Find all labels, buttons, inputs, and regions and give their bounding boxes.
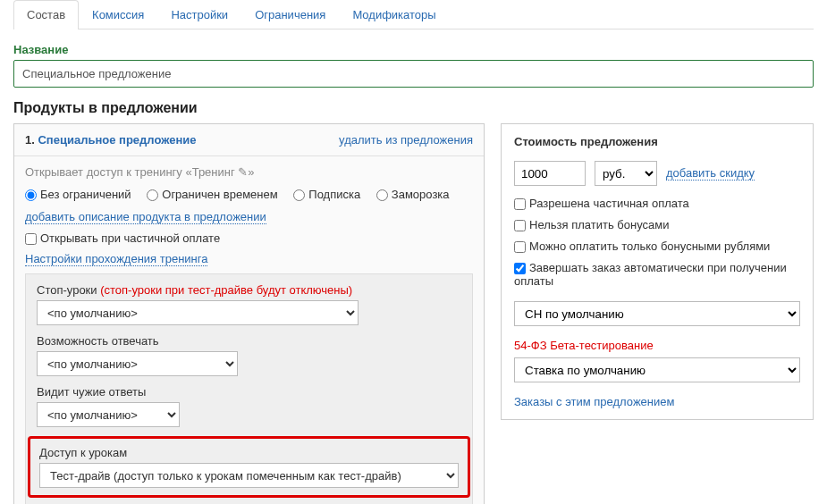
access-lessons-highlight: Доступ к урокам Тест-драйв (доступ тольк… <box>28 436 470 498</box>
can-answer-select[interactable]: <по умолчанию> <box>37 351 238 376</box>
pricing-card: Стоимость предложения руб. добавить скид… <box>501 123 814 420</box>
stop-lessons-select[interactable]: <по умолчанию> <box>37 300 359 325</box>
add-discount-link[interactable]: добавить скидку <box>666 166 755 181</box>
remove-from-offer-link[interactable]: удалить из предложения <box>339 133 473 147</box>
name-input[interactable] <box>13 60 814 88</box>
radio-time-limited[interactable]: Ограничен временем <box>147 188 277 201</box>
product-number: 1. <box>25 133 35 147</box>
product-card: 1. Специальное предложение удалить из пр… <box>13 123 485 504</box>
see-others-label: Видит чужие ответы <box>37 385 461 399</box>
price-input[interactable] <box>514 161 586 186</box>
product-title-link[interactable]: Специальное предложение <box>38 133 196 147</box>
beta-text: 54-ФЗ Бета-тестирование <box>514 339 800 352</box>
can-answer-label: Возможность отвечать <box>37 334 461 348</box>
radio-freeze[interactable]: Заморозка <box>376 188 450 201</box>
radio-subscription[interactable]: Подписка <box>293 188 360 201</box>
rate-select[interactable]: Ставка по умолчанию <box>514 357 800 382</box>
tab-komissiya[interactable]: Комиссия <box>79 0 157 29</box>
tabs: Состав Комиссия Настройки Ограничения Мо… <box>13 0 814 29</box>
partial-pay-checkbox[interactable]: Открывать при частичной оплате <box>25 231 220 245</box>
only-bonuses-checkbox[interactable]: Можно оплатить только бонусными рублями <box>514 239 770 253</box>
see-others-select[interactable]: <по умолчанию> <box>37 402 180 427</box>
add-description-link[interactable]: добавить описание продукта в предложении <box>25 210 266 224</box>
tab-sostav[interactable]: Состав <box>13 0 79 29</box>
currency-select[interactable]: руб. <box>595 161 657 186</box>
stop-lessons-note: (стоп-уроки при тест-драйве будут отключ… <box>100 283 352 297</box>
stop-lessons-label: Стоп-уроки <box>37 283 97 297</box>
tab-nastroiki[interactable]: Настройки <box>157 0 241 29</box>
radio-unlimited[interactable]: Без ограничений <box>25 188 131 201</box>
access-lessons-label: Доступ к урокам <box>39 446 459 459</box>
training-settings-panel: Стоп-уроки (стоп-уроки при тест-драйве б… <box>25 273 473 504</box>
tab-ogranicheniya[interactable]: Ограничения <box>241 0 339 29</box>
access-description: Открывает доступ к тренингу «Тренинг ✎» <box>25 165 473 179</box>
restriction-radios: Без ограничений Ограничен временем Подпи… <box>25 188 473 201</box>
tab-modifikatory[interactable]: Модификаторы <box>339 0 449 29</box>
name-label: Название <box>13 43 814 56</box>
ch-default-select[interactable]: СН по умолчанию <box>514 301 800 326</box>
orders-link[interactable]: Заказы с этим предложением <box>514 395 674 408</box>
partial-allowed-checkbox[interactable]: Разрешена частичная оплата <box>514 197 689 210</box>
access-lessons-select[interactable]: Тест-драйв (доступ только к урокам помеч… <box>39 463 459 488</box>
no-bonuses-checkbox[interactable]: Нельзя платить бонусами <box>514 218 669 231</box>
auto-complete-checkbox[interactable]: Завершать заказ автоматически при получе… <box>514 261 787 288</box>
pricing-title: Стоимость предложения <box>514 135 800 148</box>
products-title: Продукты в предложении <box>13 100 485 116</box>
training-settings-link[interactable]: Настройки прохождения тренинга <box>25 252 207 266</box>
